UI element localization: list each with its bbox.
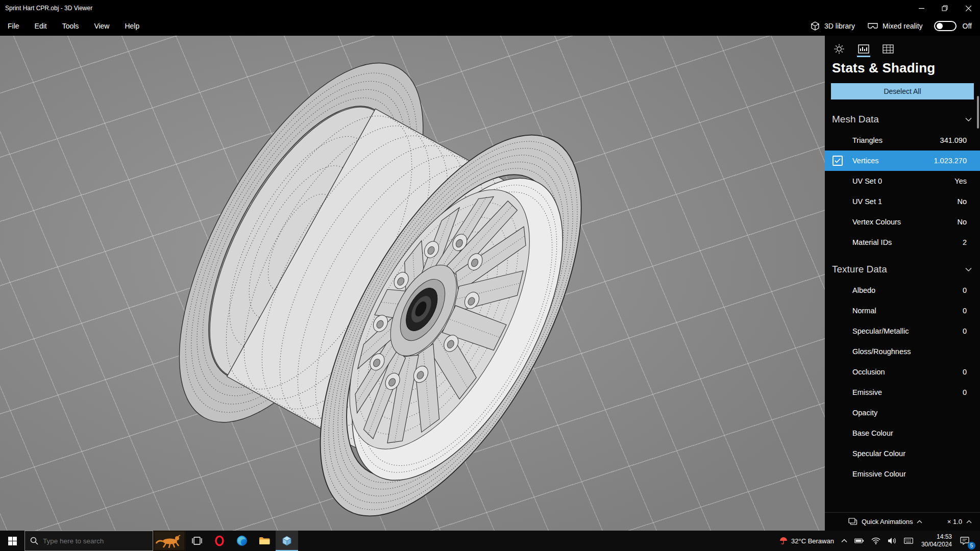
task-view-icon [192,536,202,545]
stat-row-occlusion[interactable]: Occlusion0 [825,362,980,382]
stat-value: 1.023.270 [934,157,967,165]
stat-row-gloss-roughness[interactable]: Gloss/Roughness [825,341,980,362]
animation-frames-icon [848,518,857,525]
stats-sections: Mesh DataTriangles341.090Vertices1.023.2… [825,103,980,484]
stat-row-specular-colour[interactable]: Specular Colour [825,443,980,464]
quick-animations-label: Quick Animations [862,518,913,525]
stat-value: 0 [963,327,967,335]
stat-label: Gloss/Roughness [852,347,967,356]
stat-value: No [957,197,967,206]
stat-row-emissive-colour[interactable]: Emissive Colour [825,464,980,484]
weather-widget[interactable]: 32°C Berawan [776,531,838,551]
system-tray: 32°C Berawan 14:53 30/04/2024 [776,531,980,551]
stat-row-emissive[interactable]: Emissive0 [825,382,980,403]
stat-row-albedo[interactable]: Albedo0 [825,280,980,300]
section-header-texture-data[interactable]: Texture Data [825,253,980,280]
keyboard-icon [904,538,913,544]
start-button[interactable] [0,531,24,551]
stat-row-opacity[interactable]: Opacity [825,403,980,423]
menu-list: FileEditToolsViewHelp [0,16,147,36]
stat-value: 2 [963,238,967,246]
news-widget-cheetah-image[interactable] [153,531,186,551]
stats-chart-icon [858,44,869,54]
panel-title: Stats & Shading [832,60,973,76]
stat-value: Yes [954,177,967,185]
touch-keyboard-button[interactable] [900,531,917,551]
taskbar: 32°C Berawan 14:53 30/04/2024 [0,531,980,551]
deselect-all-button[interactable]: Deselect All [831,83,974,99]
stat-row-material-ids[interactable]: Material IDs2 [825,232,980,253]
search-input[interactable] [43,537,148,545]
table-grid-icon [883,44,894,54]
clock-date: 30/04/2024 [921,541,952,548]
3d-viewer-app-button[interactable] [276,531,298,551]
stat-row-uv-set-0[interactable]: UV Set 0Yes [825,171,980,191]
mixed-reality-toggle[interactable] [934,21,957,31]
mixed-reality-button[interactable]: Mixed reality [864,20,926,32]
check-icon [835,158,841,163]
close-button[interactable] [957,0,980,16]
menubar-right: 3D library Mixed reality Off [807,19,972,33]
stat-row-vertex-colours[interactable]: Vertex ColoursNo [825,212,980,232]
window-controls [910,0,980,16]
3d-library-button[interactable]: 3D library [807,19,858,33]
folder-icon [259,536,270,545]
network-status[interactable] [868,531,884,551]
taskbar-search[interactable] [24,531,153,551]
stat-row-vertices[interactable]: Vertices1.023.270 [825,151,980,171]
quick-animations-button[interactable]: Quick Animations [848,518,922,525]
opera-browser-button[interactable] [208,531,231,551]
clock-time: 14:53 [937,533,952,541]
stat-label: Vertices [852,157,934,165]
minimize-button[interactable] [910,0,933,16]
stat-label: Specular Colour [852,449,967,458]
stat-value: 0 [963,286,967,294]
wifi-icon [871,537,880,544]
file-explorer-button[interactable] [253,531,276,551]
umbrella-weather-icon [779,537,788,545]
minimize-icon [919,6,924,11]
opera-icon [214,535,225,546]
tab-grid[interactable] [879,41,897,57]
taskbar-clock[interactable]: 14:53 30/04/2024 [917,531,957,551]
chevron-up-icon [841,539,847,543]
battery-status[interactable] [851,531,868,551]
stat-row-specular-metallic[interactable]: Specular/Metallic0 [825,321,980,341]
3d-viewer-window: Sprint Hart CPR.obj - 3D Viewer FileEdit… [0,0,980,551]
3d-viewport[interactable] [0,36,825,531]
stat-row-triangles[interactable]: Triangles341.090 [825,130,980,151]
panel-footer: Quick Animations × 1.0 [825,512,980,531]
tab-lighting[interactable] [830,41,848,57]
action-center-button[interactable]: 5 [957,531,975,551]
restore-button[interactable] [933,0,957,16]
tab-stats[interactable] [854,41,873,57]
menu-tools[interactable]: Tools [55,16,87,36]
wheel-model [0,36,825,531]
menu-edit[interactable]: Edit [27,16,55,36]
stat-value: 0 [963,368,967,376]
stat-row-uv-set-1[interactable]: UV Set 1No [825,191,980,212]
stat-label: Normal [852,307,963,315]
cheetah-image [155,532,184,550]
stat-label: Specular/Metallic [852,327,963,335]
menu-file[interactable]: File [0,16,27,36]
section-header-mesh-data[interactable]: Mesh Data [825,103,980,130]
stat-row-normal[interactable]: Normal0 [825,300,980,321]
row-checkbox[interactable] [832,156,843,166]
stat-label: Emissive [852,388,963,396]
stat-row-base-colour[interactable]: Base Colour [825,423,980,443]
edge-browser-button[interactable] [231,531,253,551]
mixed-reality-state: Off [963,22,972,30]
menu-help[interactable]: Help [117,16,147,36]
panel-scrollbar[interactable] [977,96,979,129]
task-view-button[interactable] [186,531,208,551]
section-title: Texture Data [832,264,887,275]
stat-value: No [957,218,967,226]
animation-speed-button[interactable]: × 1.0 [947,518,972,525]
stat-label: Opacity [852,409,967,417]
mixed-reality-label: Mixed reality [883,22,923,30]
menu-view[interactable]: View [86,16,117,36]
search-icon [30,537,38,545]
hidden-icons-button[interactable] [838,531,851,551]
volume-control[interactable] [884,531,900,551]
